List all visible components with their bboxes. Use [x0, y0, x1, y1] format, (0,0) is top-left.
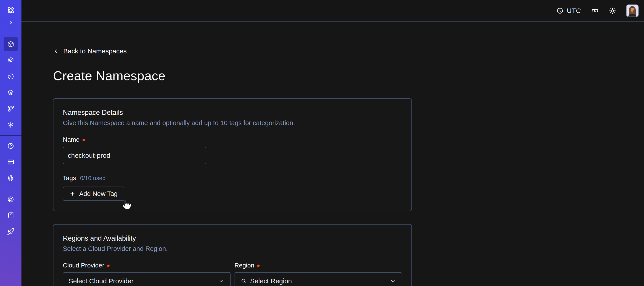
sidebar-item-getting-started[interactable] — [4, 224, 18, 239]
branch-icon — [7, 105, 14, 112]
sun-icon — [609, 7, 616, 14]
temporal-logo-icon[interactable] — [4, 4, 18, 16]
sidebar-expand-button[interactable] — [4, 18, 18, 27]
card-subtitle: Select a Cloud Provider and Region. — [63, 245, 402, 253]
timezone-label: UTC — [567, 7, 581, 14]
sidebar — [0, 0, 22, 286]
card-title: Regions and Availability — [63, 234, 402, 243]
sidebar-item-billing[interactable] — [4, 155, 18, 169]
required-indicator — [257, 265, 260, 267]
tags-label-row: Tags 0/10 used — [63, 175, 402, 182]
tags-usage-count: 0/10 used — [80, 175, 106, 182]
plus-icon — [70, 191, 75, 197]
gauge-icon — [7, 142, 14, 150]
sidebar-item-usage[interactable] — [4, 139, 18, 153]
region-placeholder: Select Region — [250, 277, 292, 285]
search-icon — [240, 278, 247, 285]
cube-icon — [7, 40, 14, 48]
add-new-tag-label: Add New Tag — [79, 190, 118, 198]
lifebuoy-icon — [7, 196, 14, 203]
cloud-provider-label: Cloud Provider — [63, 262, 104, 269]
user-avatar[interactable] — [626, 4, 639, 17]
sidebar-item-namespaces[interactable] — [4, 37, 18, 51]
credit-card-icon — [7, 158, 14, 166]
region-select[interactable]: Select Region — [234, 272, 402, 286]
region-field: Region Select Region — [234, 253, 402, 286]
theme-toggle-button[interactable] — [609, 7, 616, 14]
book-sparkles-icon — [7, 212, 14, 219]
sidebar-item-docs[interactable] — [4, 208, 18, 223]
namespace-details-card: Namespace Details Give this Namespace a … — [53, 98, 412, 211]
asterisk-icon — [7, 121, 14, 128]
card-subtitle: Give this Namespace a name and optionall… — [63, 119, 402, 127]
main-content: Back to Namespaces Create Namespace Name… — [22, 22, 644, 286]
rocket-icon — [7, 228, 14, 235]
avatar-image — [626, 5, 638, 16]
back-link-label: Back to Namespaces — [63, 47, 126, 55]
chevron-down-icon — [390, 278, 396, 285]
back-to-namespaces-link[interactable]: Back to Namespaces — [53, 47, 126, 55]
gear-icon — [7, 174, 14, 182]
create-namespace-page: { "topbar": { "timezone": "UTC", "icons"… — [0, 0, 644, 286]
cloud-provider-field: Cloud Provider Select Cloud Provider — [63, 253, 230, 286]
name-label-row: Name — [63, 136, 402, 143]
name-label: Name — [63, 136, 80, 143]
glasses-icon — [591, 7, 599, 15]
layers-icon — [7, 89, 14, 96]
chevron-left-icon — [53, 48, 59, 54]
timer-icon — [7, 73, 14, 80]
cloud-provider-select[interactable]: Select Cloud Provider — [63, 272, 230, 286]
sidebar-item-branch[interactable] — [4, 101, 18, 116]
sidebar-divider — [0, 189, 22, 189]
radar-icon — [7, 56, 14, 64]
sidebar-item-settings[interactable] — [4, 171, 18, 185]
sidebar-item-asterisk[interactable] — [4, 118, 18, 132]
card-title: Namespace Details — [63, 109, 402, 117]
reader-mode-button[interactable] — [591, 7, 599, 15]
required-indicator — [82, 139, 85, 141]
sidebar-item-layers[interactable] — [4, 85, 18, 100]
region-label: Region — [234, 262, 254, 269]
required-indicator — [107, 265, 110, 267]
clock-icon — [556, 7, 564, 14]
page-title: Create Namespace — [53, 68, 644, 83]
topbar: UTC — [22, 0, 644, 22]
regions-availability-card: Regions and Availability Select a Cloud … — [53, 224, 412, 286]
add-new-tag-button[interactable]: Add New Tag — [63, 187, 124, 201]
cloud-provider-placeholder: Select Cloud Provider — [69, 277, 134, 285]
sidebar-item-support[interactable] — [4, 192, 18, 207]
tags-label: Tags — [63, 175, 76, 182]
timezone-button[interactable]: UTC — [556, 7, 581, 14]
provider-region-row: Cloud Provider Select Cloud Provider Reg… — [63, 253, 402, 286]
namespace-name-input[interactable] — [63, 147, 206, 164]
chevron-down-icon — [218, 278, 225, 285]
sidebar-item-timer[interactable] — [4, 69, 18, 84]
sidebar-item-radar[interactable] — [4, 53, 18, 67]
sidebar-divider — [0, 135, 22, 136]
chevron-right-icon — [8, 19, 14, 26]
